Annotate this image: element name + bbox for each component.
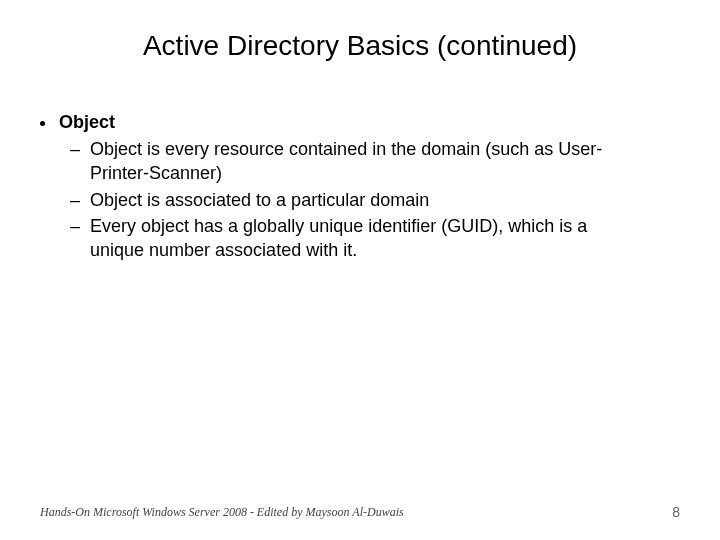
bullet-heading: Object bbox=[59, 112, 115, 133]
sub-text: Object is associated to a particular dom… bbox=[90, 188, 429, 212]
bullet-marker-icon bbox=[40, 121, 45, 126]
content-area: Object – Object is every resource contai… bbox=[0, 112, 720, 262]
sub-item: – Every object has a globally unique ide… bbox=[70, 214, 680, 263]
dash-icon: – bbox=[70, 137, 80, 161]
sub-list: – Object is every resource contained in … bbox=[40, 137, 680, 262]
dash-icon: – bbox=[70, 214, 80, 238]
footer-text: Hands-On Microsoft Windows Server 2008 -… bbox=[40, 505, 404, 520]
footer: Hands-On Microsoft Windows Server 2008 -… bbox=[40, 504, 680, 520]
slide-title: Active Directory Basics (continued) bbox=[0, 30, 720, 62]
page-number: 8 bbox=[672, 504, 680, 520]
sub-item: – Object is associated to a particular d… bbox=[70, 188, 680, 212]
dash-icon: – bbox=[70, 188, 80, 212]
sub-text: Object is every resource contained in th… bbox=[90, 137, 630, 186]
sub-text: Every object has a globally unique ident… bbox=[90, 214, 630, 263]
bullet-item: Object bbox=[40, 112, 680, 133]
sub-item: – Object is every resource contained in … bbox=[70, 137, 680, 186]
